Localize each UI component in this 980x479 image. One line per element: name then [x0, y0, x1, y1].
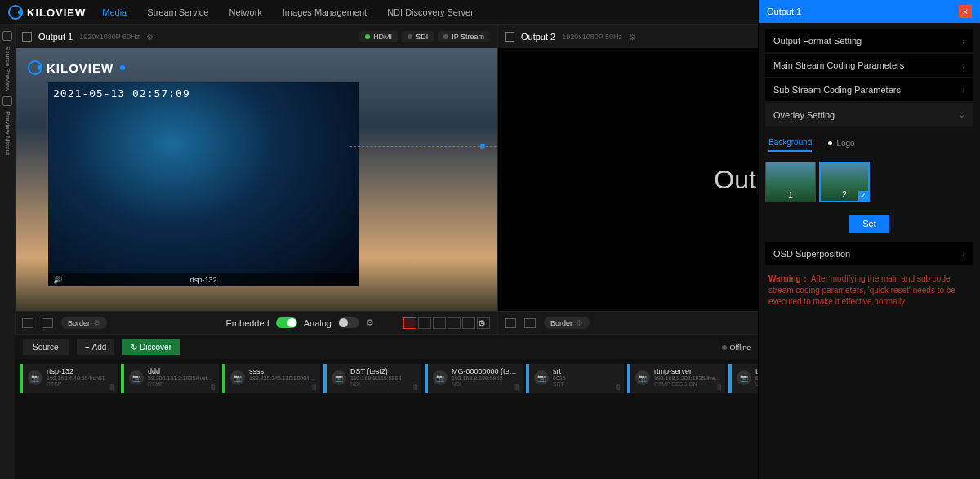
source-card[interactable]: 📷srt6025SRT🗑 [526, 364, 624, 393]
badge-sdi-label: SDI [416, 33, 428, 41]
layout-2[interactable] [418, 317, 431, 329]
row-osd[interactable]: OSD Superposition› [765, 242, 973, 265]
output1-settings-icon[interactable]: ⚙ [146, 33, 154, 42]
tab-dot-icon [828, 141, 832, 145]
camera-icon: 📷 [28, 370, 42, 385]
footer-icon[interactable] [42, 318, 53, 328]
analog-toggle[interactable] [338, 317, 359, 328]
preview-source-name: rtsp-132 [189, 276, 216, 284]
source-type: RTMP SESSION [654, 381, 722, 387]
delete-icon[interactable]: 🗑 [514, 384, 520, 391]
thumb-number: 2 [842, 190, 847, 199]
thumb-2[interactable]: 2✓ [819, 162, 870, 202]
output1-preview[interactable]: KILOVIEW 2021-05-13 02:57:09 rtsp-132 [16, 48, 497, 311]
chevron-right-icon: › [962, 60, 965, 70]
check-icon: ✓ [858, 191, 868, 201]
thumb-1[interactable]: 1 [765, 162, 816, 202]
nav-ndi-discovery[interactable]: NDI Discovery Server [387, 7, 474, 17]
layout-5[interactable] [462, 317, 475, 329]
preview-brand-overlay: KILOVIEW [28, 60, 125, 75]
source-status-indicator [222, 364, 225, 393]
background-thumbnails: 1 2✓ [765, 162, 973, 211]
source-status-indicator [526, 364, 529, 393]
preview-brand-dot [120, 65, 125, 70]
add-source-button[interactable]: Add [77, 339, 115, 355]
source-card[interactable]: 📷rtmp-server192.168.2.202:1935/live...RT… [627, 364, 725, 393]
badge-hdmi-label: HDMI [373, 33, 392, 41]
volume-icon[interactable] [53, 276, 62, 284]
border-toggle[interactable]: Border ⚙ [544, 317, 590, 329]
layout-settings[interactable]: ⚙ [477, 317, 490, 329]
source-name: rtsp-132 [47, 367, 114, 375]
source-card[interactable]: 📷ssss183.235.245.120:8000/li...🗑 [222, 364, 320, 393]
tab-logo[interactable]: Logo [828, 138, 854, 152]
source-type: RTSP [47, 381, 114, 387]
panel-title: Output 1 [767, 7, 801, 16]
footer-icon[interactable] [22, 318, 33, 328]
source-card[interactable]: 📷DST (test2)192.168.9.115:5968NDI🗑 [323, 364, 421, 393]
delete-icon[interactable]: 🗑 [412, 384, 419, 391]
output2-title: Output 2 [521, 32, 555, 42]
camera-icon: 📷 [737, 370, 751, 385]
footer-icon[interactable] [505, 318, 516, 328]
border-toggle[interactable]: Border ⚙ [61, 317, 107, 329]
warning-message: Warning： After modifying the main and su… [765, 267, 973, 314]
discover-label: Discover [140, 343, 172, 352]
discover-button[interactable]: ↻ Discover [122, 339, 180, 355]
row-main-stream[interactable]: Main Stream Coding Parameters› [765, 54, 973, 77]
source-type: NDI [350, 381, 418, 387]
layout-1[interactable] [403, 317, 416, 329]
row-sub-stream[interactable]: Sub Stream Coding Parameters› [765, 78, 973, 101]
layout-4[interactable] [448, 317, 461, 329]
nav-network[interactable]: Network [229, 7, 261, 17]
close-button[interactable]: × [959, 5, 972, 18]
brand-text: KILOVIEW [27, 7, 86, 19]
panel-header: Output 1 × [759, 0, 980, 23]
warning-label: Warning： [768, 274, 809, 283]
source-address: 58.200.131.2:1935/livet... [148, 375, 216, 381]
source-address: 6025 [553, 375, 621, 381]
nav-images-management[interactable]: Images Management [283, 7, 367, 17]
output1-format: 1920x1080P 60Hz [79, 33, 140, 41]
source-card[interactable]: 📷MG-00000000 (test_ch...192.168.8.199:59… [425, 364, 523, 393]
source-address: 192.168.2.202:1935/live... [654, 375, 722, 381]
source-preview-icon[interactable] [2, 31, 12, 41]
camera-icon: 📷 [129, 370, 144, 385]
source-address: 183.235.245.120:8000/li... [249, 375, 317, 381]
delete-icon[interactable]: 🗑 [716, 384, 723, 391]
preview-video-frame: 2021-05-13 02:57:09 rtsp-132 [48, 82, 359, 286]
status-dot-gray [443, 34, 448, 39]
delete-icon[interactable]: 🗑 [311, 384, 318, 391]
delete-icon[interactable]: 🗑 [109, 384, 115, 391]
border-label: Border [550, 319, 572, 327]
audio-settings-icon[interactable] [366, 317, 374, 328]
set-button[interactable]: Set [849, 215, 889, 233]
tab-background[interactable]: Background [768, 138, 812, 152]
source-card[interactable]: 📷rtsp-132192.168.4.40:554/ch01RTSP🗑 [20, 364, 118, 393]
delete-icon[interactable]: 🗑 [210, 384, 216, 391]
embedded-toggle[interactable] [276, 317, 297, 328]
badge-ipstream[interactable]: IP Stream [438, 31, 490, 42]
nav-stream-service[interactable]: Stream Service [147, 7, 208, 17]
source-status-indicator [627, 364, 630, 393]
camera-icon: 📷 [433, 370, 448, 385]
output2-settings-icon[interactable]: ⚙ [629, 33, 636, 42]
row-overlay-setting[interactable]: Overlay Setting⌄ [765, 103, 973, 126]
badge-hdmi[interactable]: HDMI [359, 31, 398, 42]
logo-icon [28, 60, 42, 75]
nav-media[interactable]: Media [102, 7, 127, 17]
badge-sdi[interactable]: SDI [402, 31, 434, 42]
source-name: MG-00000000 (test_ch... [452, 367, 519, 375]
delete-icon[interactable]: 🗑 [615, 384, 621, 391]
preview-mixout-icon[interactable] [2, 96, 12, 106]
source-card[interactable]: 📷ddd58.200.131.2:1935/livet...RTMP🗑 [121, 364, 219, 393]
footer-icon[interactable] [524, 318, 536, 328]
chevron-right-icon: › [962, 249, 965, 259]
camera-icon: 📷 [534, 370, 549, 385]
source-tab[interactable]: Source [23, 339, 69, 355]
layout-3[interactable] [433, 317, 446, 329]
row-label: OSD Superposition [773, 249, 850, 259]
brand-logo: KILOVIEW [8, 5, 86, 20]
row-output-format[interactable]: Output Format Setting› [765, 29, 973, 52]
preview-timestamp: 2021-05-13 02:57:09 [53, 87, 190, 100]
